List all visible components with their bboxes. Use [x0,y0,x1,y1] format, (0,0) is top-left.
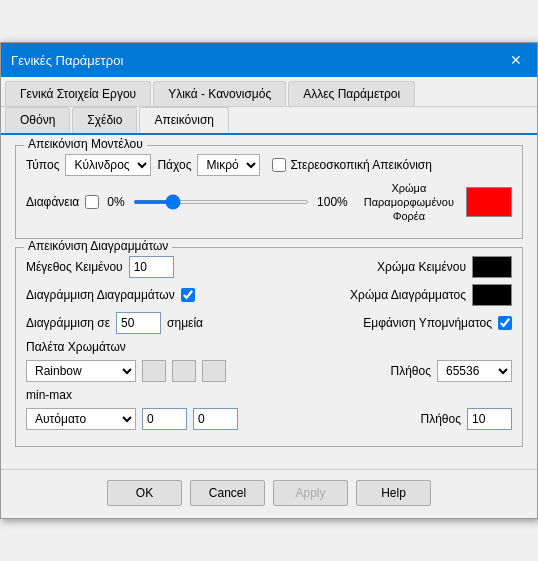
minmax-val1[interactable] [142,408,187,430]
text-size-label: Μέγεθος Κειμένου [26,260,123,274]
model-display-title: Απεικόνιση Μοντέλου [24,137,147,151]
tab-design[interactable]: Σχέδιο [72,107,137,133]
deformed-color-label3: Φορέα [393,210,425,222]
model-display-group: Απεικόνιση Μοντέλου Τύπος Κύλινδρος Πάχο… [15,145,523,239]
palette-title-row: Παλέτα Χρωμάτων [26,340,512,354]
tab-screen[interactable]: Οθόνη [5,107,70,133]
legend-checkbox[interactable] [498,316,512,330]
draw-at-suffix: σημεία [167,316,203,330]
tab-general-elements[interactable]: Γενικά Στοιχεία Εργου [5,81,151,106]
transparency-row: Διαφάνεια 0% 100% Χρώμα Παραμορφωμένου Φ… [26,182,512,222]
help-button[interactable]: Help [356,480,431,506]
text-color-label: Χρώμα Κειμένου [377,260,466,274]
ok-button[interactable]: OK [107,480,182,506]
title-bar: Γενικές Παράμετροι ✕ [1,43,537,77]
transparency-label: Διαφάνεια [26,195,79,209]
tab-other-params[interactable]: Αλλες Παράμετροι [288,81,415,106]
palette-count-label: Πλήθος [391,364,431,378]
apply-button[interactable]: Apply [273,480,348,506]
main-content: Απεικόνιση Μοντέλου Τύπος Κύλινδρος Πάχο… [1,135,537,465]
legend-label: Εμφάνιση Υπομνήματος [363,316,492,330]
draw-at-input[interactable] [116,312,161,334]
tab-materials[interactable]: Υλικά - Κανονισμός [153,81,286,106]
transparency-slider[interactable] [133,200,309,204]
minmax-row: Αυτόματο Πλήθος [26,408,512,430]
diagram-color-box[interactable] [472,284,512,306]
bottom-buttons: OK Cancel Apply Help [1,469,537,518]
swatch-2[interactable] [172,360,196,382]
stereo-label: Στερεοσκοπική Απεικόνιση [290,158,370,172]
slider-area: 0% 100% [85,195,347,209]
chart-display-group: Απεικόνιση Διαγραμμάτων Μέγεθος Κειμένου… [15,247,523,447]
transparency-min: 0% [107,195,124,209]
deformed-color-box[interactable] [466,187,512,217]
cancel-button[interactable]: Cancel [190,480,265,506]
thickness-label: Πάχος [157,158,191,172]
type-select[interactable]: Κύλινδρος [65,154,151,176]
diagram-color-label: Χρώμα Διαγράμματος [350,288,466,302]
palette-count-select[interactable]: 65536 [437,360,512,382]
minmax-count-input[interactable] [467,408,512,430]
palette-select[interactable]: Rainbow [26,360,136,382]
tabs-row-1: Γενικά Στοιχεία Εργου Υλικά - Κανονισμός… [1,77,537,107]
text-size-row: Μέγεθος Κειμένου Χρώμα Κειμένου [26,256,512,278]
tab-display[interactable]: Απεικόνιση [139,107,229,133]
draw-at-label: Διαγράμμιση σε [26,316,110,330]
diagram-row: Διαγράμμιση Διαγραμμάτων Χρώμα Διαγράμμα… [26,284,512,306]
stereo-checkbox[interactable] [272,158,286,172]
swatch-1[interactable] [142,360,166,382]
type-row: Τύπος Κύλινδρος Πάχος Μικρό Στερεοσκοπικ… [26,154,512,176]
transparency-checkbox[interactable] [85,195,99,209]
palette-row: Rainbow Πλήθος 65536 [26,360,512,382]
diagram-checkbox[interactable] [181,288,195,302]
minmax-auto-select[interactable]: Αυτόματο [26,408,136,430]
text-color-box[interactable] [472,256,512,278]
deformed-color-label2: Παραμορφωμένου [364,196,454,208]
close-button[interactable]: ✕ [505,49,527,71]
transparency-max: 100% [317,195,348,209]
chart-display-title: Απεικόνιση Διαγραμμάτων [24,239,172,253]
type-label: Τύπος [26,158,59,172]
swatch-3[interactable] [202,360,226,382]
tabs-row-2: Οθόνη Σχέδιο Απεικόνιση [1,107,537,135]
text-size-input[interactable] [129,256,174,278]
dialog-title: Γενικές Παράμετροι [11,53,123,68]
draw-at-row: Διαγράμμιση σε σημεία Εμφάνιση Υπομνήματ… [26,312,512,334]
palette-section-label: Παλέτα Χρωμάτων [26,340,126,354]
minmax-title: min-max [26,388,72,402]
deformed-color-label1: Χρώμα [391,182,426,194]
minmax-count-label: Πλήθος [421,412,461,426]
thickness-select[interactable]: Μικρό [197,154,260,176]
diagram-label: Διαγράμμιση Διαγραμμάτων [26,288,175,302]
minmax-title-row: min-max [26,388,512,402]
dialog: Γενικές Παράμετροι ✕ Γενικά Στοιχεία Εργ… [0,42,538,519]
minmax-val2[interactable] [193,408,238,430]
